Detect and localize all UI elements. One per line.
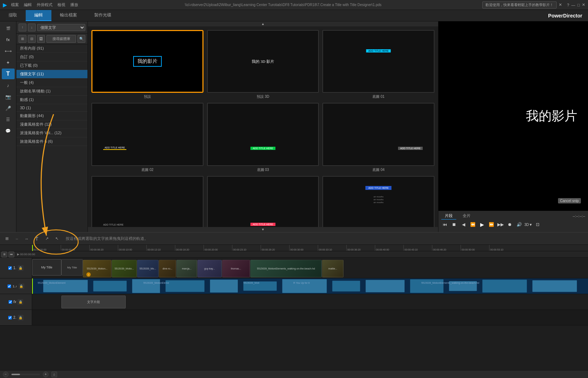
transport-prev-frame-btn[interactable]: ◀: [460, 221, 467, 228]
sidebar-icon-transition[interactable]: ⟷: [2, 46, 15, 56]
tab-edit[interactable]: 編輯: [26, 10, 51, 21]
download-btn[interactable]: ↓: [28, 24, 36, 31]
video-clip-3[interactable]: 5515039_Mo...: [137, 260, 159, 277]
menu-edit[interactable]: 編輯: [24, 2, 32, 7]
template-lower07[interactable]: ADD TITLE HERE air mouthsair mouthsair m…: [322, 176, 434, 227]
clip-info-icon[interactable]: i: [86, 272, 91, 277]
category-downloaded[interactable]: 已下載 (0): [16, 61, 87, 70]
video-clip-4[interactable]: dine-ro...: [159, 260, 176, 277]
tab-output[interactable]: 輸出檔案: [51, 10, 86, 21]
template-lower06[interactable]: ADD TITLE HERE 底圖 06: [207, 176, 319, 227]
template-thumb-lower03[interactable]: ADD TITLE HERE: [207, 103, 319, 166]
sidebar-icon-mic[interactable]: 🎤: [2, 103, 15, 114]
category-travel-pack[interactable]: 旅遊風格套件 6 (6): [16, 137, 87, 146]
zoom-out-btn[interactable]: −: [3, 372, 9, 377]
template-lower02[interactable]: ADD TITLE HERE 底圖 02: [91, 103, 203, 172]
template-thumb-preset[interactable]: 我的影片: [91, 30, 203, 93]
category-select[interactable]: 僅限文字 所有內容: [37, 24, 85, 31]
zoom-slider[interactable]: [11, 374, 40, 375]
video-clip-6[interactable]: guy-kay...: [197, 260, 222, 277]
template-preset[interactable]: 我的影片 預設: [91, 30, 203, 99]
sidebar-icon-title[interactable]: T: [2, 69, 15, 79]
transport-fullscreen-btn[interactable]: ⊡: [534, 221, 541, 228]
preview-mode-segment[interactable]: 片段: [441, 212, 456, 220]
track1-visibility-check[interactable]: [8, 266, 12, 270]
template-lower05[interactable]: ADD TITLE HERE 底圖 05: [91, 176, 203, 227]
sidebar-icon-overlay[interactable]: ✦: [2, 57, 15, 68]
menu-file[interactable]: 檔案: [11, 2, 19, 7]
category-3d[interactable]: 3D (1): [16, 104, 87, 112]
video-clip-5[interactable]: marcja...: [176, 260, 197, 277]
tab-capture[interactable]: 擷取: [0, 10, 26, 21]
sidebar-icon-fx[interactable]: fx: [2, 34, 15, 45]
timeline-mode-btn[interactable]: ⊞: [3, 235, 11, 243]
transport-play-btn[interactable]: ▶: [478, 221, 486, 228]
track1-lock-icon[interactable]: 🔒: [18, 265, 24, 271]
fx-lock-icon[interactable]: 🔒: [17, 299, 23, 305]
search-icon[interactable]: 🔍: [77, 35, 85, 43]
track2-visibility-check[interactable]: [8, 316, 12, 319]
tab-disc[interactable]: 製作光碟: [86, 10, 120, 21]
preview-mode-full[interactable]: 全片: [459, 212, 474, 220]
minimize-btn[interactable]: —: [571, 3, 575, 7]
transport-volume-btn[interactable]: 🔊: [516, 221, 523, 228]
title-clip-2[interactable]: My Title: [61, 259, 83, 276]
zoom-in-btn[interactable]: +: [43, 372, 49, 377]
transport-forward-btn[interactable]: ⏩: [488, 221, 495, 228]
timeline-snap-btn[interactable]: ⏤: [13, 235, 21, 243]
template-thumb-lower06[interactable]: ADD TITLE HERE: [207, 176, 319, 227]
template-thumb-lower02[interactable]: ADD TITLE HERE: [91, 103, 203, 166]
template-lower04[interactable]: ADD TITLE HERE 底圖 04: [322, 103, 434, 172]
new-title-btn[interactable]: ⊞: [19, 35, 26, 43]
category-comic-vol[interactable]: 派漫風格套件 Vol... (12): [16, 129, 87, 137]
notification-bar[interactable]: 歡迎使用，快來看看輕鬆上手的教學影片！: [482, 1, 557, 9]
photo-btn[interactable]: 🖼: [37, 35, 45, 43]
track-add-btn[interactable]: ⊞: [1, 252, 7, 257]
track-content-video2[interactable]: [32, 310, 588, 325]
fx-visibility-check[interactable]: [9, 300, 12, 304]
category-custom[interactable]: 自訂 (0): [16, 53, 87, 61]
category-general[interactable]: 一般 (4): [16, 79, 87, 87]
title-clip-1[interactable]: My Title: [32, 259, 61, 276]
category-credits[interactable]: 故鄉名單/捲動 (1): [16, 87, 87, 96]
template-thumb-lower05[interactable]: ADD TITLE HERE: [91, 176, 203, 227]
video-clip-8[interactable]: 5515039_MotionElements_walking-on-the-be…: [250, 260, 322, 277]
video-clip-2[interactable]: 5515039_Motio...: [112, 260, 137, 277]
transport-rewind-btn[interactable]: ⏪: [469, 221, 476, 228]
grid-btn[interactable]: ⊟: [28, 35, 36, 43]
maximize-btn[interactable]: □: [577, 3, 580, 7]
category-all[interactable]: 所有內容 (91): [16, 44, 87, 53]
menu-view[interactable]: 檢視: [57, 2, 65, 7]
close-btn[interactable]: ✕: [582, 2, 585, 7]
import-btn[interactable]: ↑: [19, 24, 26, 31]
category-dynamic[interactable]: 動感 (1): [16, 96, 87, 104]
transport-stop-btn[interactable]: ⏹: [451, 221, 458, 228]
fx-clip-1[interactable]: 文字片段: [61, 296, 126, 308]
timeline-fx-btn[interactable]: ↖: [53, 235, 61, 243]
scroll-up[interactable]: ▲: [88, 21, 438, 26]
track2-lock-icon[interactable]: 🔒: [18, 315, 24, 321]
transport-prev-btn[interactable]: ⏮: [441, 221, 448, 228]
cancel-snip-btn[interactable]: Cancel snip: [558, 198, 581, 203]
audio1-lock-icon[interactable]: 🔒: [19, 283, 24, 289]
video-clip-9[interactable]: mattie...: [322, 260, 343, 277]
timeline-fit-btn[interactable]: ↔: [23, 235, 31, 243]
sidebar-icon-video[interactable]: 📷: [2, 91, 15, 102]
transport-record-btn[interactable]: ⏺: [506, 221, 513, 228]
template-thumb-lower01[interactable]: ADD TITLE HERE: [322, 30, 434, 93]
sidebar-icon-chapter[interactable]: ☰: [2, 114, 15, 125]
home-btn[interactable]: ⌂: [51, 372, 57, 377]
category-text-only[interactable]: 僅限文字 (11): [16, 70, 87, 79]
timeline-text-btn[interactable]: ↗: [43, 235, 51, 243]
search-btn[interactable]: 搜尋媒體庫: [46, 35, 76, 43]
transport-3d-btn[interactable]: 3D▼: [525, 221, 532, 228]
track-prev-btn[interactable]: ⏮: [9, 252, 14, 257]
template-thumb-preset3d[interactable]: 我的 3D 影片: [207, 30, 319, 93]
category-animated-shapes[interactable]: 動畫圖形 (44): [16, 112, 87, 120]
template-lower01[interactable]: ADD TITLE HERE 底圖 01: [322, 30, 434, 99]
sidebar-icon-subtitle[interactable]: 💬: [2, 126, 15, 136]
help-btn[interactable]: ?: [567, 3, 569, 7]
sidebar-icon-media[interactable]: 🎬: [2, 23, 15, 34]
transport-next-frame-btn[interactable]: ▶▶: [497, 221, 504, 228]
template-lower03[interactable]: ADD TITLE HERE 底圖 03: [207, 103, 319, 172]
